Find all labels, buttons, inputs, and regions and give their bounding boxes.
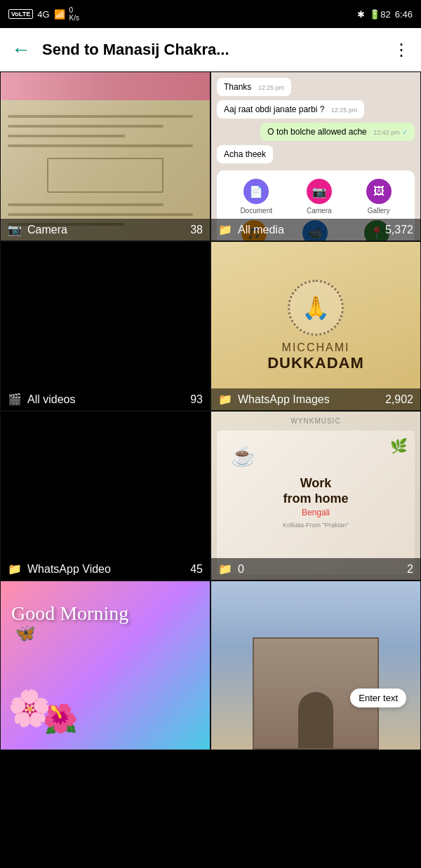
whatsapp-images-label-bar: 📁 WhatsApp Images 2,902: [211, 388, 420, 410]
wynk-count: 2: [407, 563, 413, 576]
all-media-label-left: 📁 All media: [218, 223, 284, 236]
building-gate: [298, 692, 333, 748]
wynk-folder[interactable]: WYNKMUSIC ☕ 🌿 Workfrom home Bengali Kolk…: [210, 411, 421, 581]
good-morning-folder[interactable]: Good Morning 🦋 🌸 🌺: [0, 581, 210, 750]
all-videos-folder-name: All videos: [27, 393, 75, 406]
butterfly-icon: 🦋: [15, 623, 36, 643]
whatsapp-video-label-bar: 📁 WhatsApp Video 45: [1, 558, 210, 580]
gallery-icon: 🖼: [366, 179, 392, 204]
status-right: ✱ 🔋82 6:46: [357, 9, 413, 20]
micchami-line1: MICCHAMI: [282, 341, 350, 354]
status-bar: VoLTE 4G 📶 0K/s ✱ 🔋82 6:46: [0, 0, 421, 28]
whatsapp-video-folder-name: WhatsApp Video: [27, 563, 111, 576]
status-left: VoLTE 4G 📶 0K/s: [8, 6, 79, 22]
time-display: 6:46: [395, 9, 413, 20]
whatsapp-video-count: 45: [190, 563, 203, 576]
building-thumbnail: Enter text: [211, 581, 420, 750]
whatsapp-images-count: 2,902: [385, 393, 413, 406]
document-icon: 📄: [243, 179, 269, 204]
chat-time-2: 12:25 pm: [331, 107, 358, 114]
micchami-line2: DUKKADAM: [267, 354, 364, 372]
all-media-count: 5,372: [385, 224, 413, 236]
wynk-folder-name: 0: [238, 563, 244, 576]
wifi-icon: 📶: [54, 9, 65, 20]
whatsapp-images-folder[interactable]: 🙏 MICCHAMI DUKKADAM 📁 WhatsApp Images 2,…: [210, 241, 421, 411]
wynk-description: Kolkata-From "Praktan": [283, 522, 349, 529]
battery-level: 🔋82: [369, 9, 390, 20]
camera-folder-name: Camera: [27, 224, 67, 236]
all-media-folder-name: All media: [238, 224, 284, 236]
back-button[interactable]: ←: [11, 39, 31, 61]
whatsapp-images-label-left: 📁 WhatsApp Images: [218, 393, 330, 406]
chat-time-1: 12:25 pm: [258, 84, 285, 91]
all-media-label-bar: 📁 All media 5,372: [211, 219, 420, 240]
receipt-line: [8, 203, 163, 206]
menu-item-camera: 📷 Camera: [307, 179, 332, 215]
whatsapp-video-folder[interactable]: 📁 WhatsApp Video 45: [0, 411, 210, 581]
chat-message-3: O toh bolche allowed ache 12:42 pm ✓: [260, 123, 415, 141]
whatsapp-video-folder-icon: 📁: [8, 562, 22, 576]
chat-thumbnail: Thanks 12:25 pm Aaj raat obdi janate par…: [211, 72, 420, 240]
chat-message-2: Aaj raat obdi janate parbi ? 12:25 pm: [217, 100, 364, 118]
wynk-card: ☕ 🌿 Workfrom home Bengali Kolkata-From "…: [217, 430, 415, 574]
camera-folder[interactable]: 📷 Camera 38: [0, 72, 210, 241]
flower-2-icon: 🌺: [43, 703, 78, 735]
all-videos-folder[interactable]: 🎬 All videos 93: [0, 241, 210, 411]
page-title: Send to Manasij Chakra...: [42, 41, 382, 59]
network-speed: 0K/s: [69, 6, 79, 22]
plant-icon: 🌿: [390, 438, 408, 454]
chat-message-4: Acha theek: [217, 145, 273, 163]
wynk-subtitle: Bengali: [283, 508, 349, 517]
app-bar: ← Send to Manasij Chakra... ⋮: [0, 28, 421, 72]
all-videos-label-left: 🎬 All videos: [8, 393, 75, 406]
all-media-folder[interactable]: Thanks 12:25 pm Aaj raat obdi janate par…: [210, 72, 421, 241]
camera-count: 38: [190, 224, 203, 236]
receipt-line: [8, 115, 193, 118]
wynk-label-left: 📁 0: [218, 562, 244, 576]
receipt-line: [8, 125, 163, 128]
menu-item-gallery: 🖼 Gallery: [366, 179, 392, 215]
all-videos-label-bar: 🎬 All videos 93: [1, 388, 210, 410]
more-options-button[interactable]: ⋮: [393, 40, 410, 60]
praying-hands-icon: 🙏: [302, 294, 330, 321]
camera-label-bar: 📷 Camera 38: [1, 219, 210, 240]
coffee-cup-icon: ☕: [231, 445, 255, 468]
whatsapp-images-folder-name: WhatsApp Images: [238, 393, 330, 406]
micchami-thumbnail: 🙏 MICCHAMI DUKKADAM: [211, 242, 420, 410]
enter-text-bubble: Enter text: [350, 689, 406, 707]
camera-menu-icon: 📷: [307, 179, 332, 204]
video-icon: 🎬: [8, 393, 22, 406]
wynk-background: ☕ 🌿 Workfrom home Bengali Kolkata-From "…: [217, 430, 415, 574]
wynk-thumbnail: WYNKMUSIC ☕ 🌿 Workfrom home Bengali Kolk…: [211, 412, 420, 580]
bluetooth-icon: ✱: [357, 9, 365, 20]
all-media-folder-icon: 📁: [218, 223, 232, 236]
wynk-text-overlay: Workfrom home Bengali Kolkata-From "Prak…: [276, 469, 356, 536]
camera-icon: 📷: [8, 223, 22, 236]
camera-label-left: 📷 Camera: [8, 223, 67, 236]
good-morning-text: Good Morning: [11, 602, 128, 625]
wynk-header: WYNKMUSIC: [290, 417, 340, 425]
menu-item-document: 📄 Document: [240, 179, 272, 215]
volte-badge: VoLTE: [8, 9, 33, 19]
receipt-line: [8, 213, 193, 216]
receipt-line: [8, 144, 193, 147]
signal-strength: 4G: [37, 9, 49, 20]
wynk-title: Workfrom home: [283, 476, 349, 506]
mandala-decoration: 🙏: [288, 280, 344, 336]
wynk-folder-icon: 📁: [218, 562, 232, 576]
whatsapp-video-label-left: 📁 WhatsApp Video: [8, 562, 111, 576]
chat-menu-row-1: 📄 Document 📷 Camera 🖼 Gallery: [225, 179, 406, 215]
wynk-label-bar: 📁 0 2: [211, 558, 420, 580]
receipt-line: [8, 135, 125, 137]
building-folder[interactable]: Enter text: [210, 581, 421, 750]
receipt-box: [47, 158, 164, 193]
good-morning-thumbnail: Good Morning 🦋 🌸 🌺: [1, 581, 210, 750]
chat-time-3: 12:42 pm: [373, 129, 400, 136]
fabric-decoration: [1, 72, 210, 100]
media-grid: 📷 Camera 38 Thanks 12:25 pm Aaj raat obd…: [0, 72, 421, 750]
chat-message-1: Thanks 12:25 pm: [217, 78, 291, 96]
whatsapp-images-folder-icon: 📁: [218, 393, 232, 406]
all-videos-count: 93: [190, 393, 203, 406]
